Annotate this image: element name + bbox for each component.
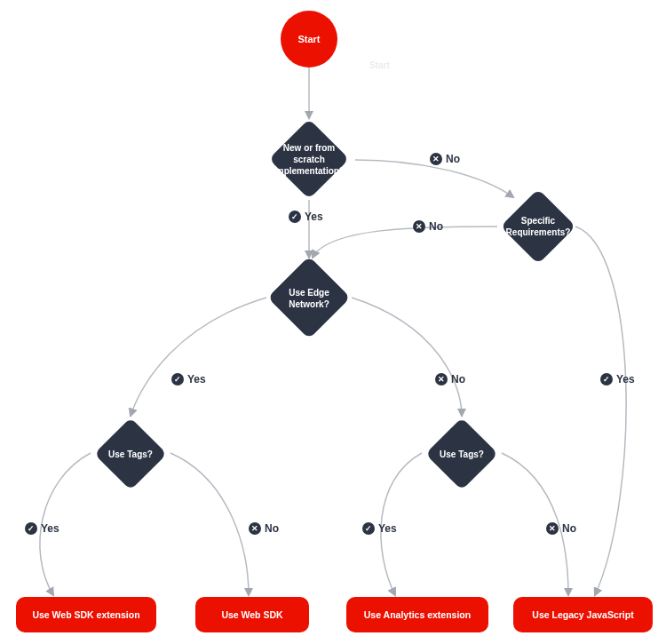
- terminal-web-sdk-extension: Use Web SDK extension: [16, 597, 156, 632]
- edge-label-text: No: [265, 522, 279, 535]
- x-icon: ✕: [413, 220, 425, 233]
- terminal-label: Use Analytics extension: [364, 609, 471, 620]
- edge-label-tags-r-no: ✕ No: [546, 522, 576, 535]
- edge-label-text: Yes: [378, 522, 397, 535]
- edge-label-tags-l-no: ✕ No: [249, 522, 279, 535]
- start-node: Start: [281, 11, 337, 68]
- edge-label-text: Yes: [187, 373, 206, 386]
- terminal-label: Use Web SDK extension: [32, 609, 139, 620]
- decision-label: Use Edge Network?: [282, 287, 336, 310]
- edge-label-tags-l-yes: ✓ Yes: [25, 522, 59, 535]
- edge-label-text: No: [429, 220, 443, 233]
- edge-label-tags-r-yes: ✓ Yes: [362, 522, 397, 535]
- terminal-label: Use Web SDK: [221, 609, 282, 620]
- x-icon: ✕: [546, 522, 559, 535]
- decision-label: Use Tags?: [440, 449, 484, 460]
- check-icon: ✓: [171, 373, 184, 386]
- edge-label-spec-no: ✕ No: [413, 220, 443, 233]
- edge-label-text: Yes: [305, 211, 323, 223]
- edge-label-edge-yes: ✓ Yes: [171, 373, 206, 386]
- decision-label: New or from scratch implementation?: [267, 142, 352, 177]
- check-icon: ✓: [362, 522, 375, 535]
- x-icon: ✕: [435, 373, 448, 386]
- start-label: Start: [297, 34, 320, 44]
- edge-label-edge-no: ✕ No: [435, 373, 465, 386]
- edge-label-text: Yes: [41, 522, 59, 535]
- ghost-label: Start: [369, 60, 390, 70]
- check-icon: ✓: [600, 373, 613, 386]
- decision-use-tags-left: Use Tags?: [89, 416, 172, 492]
- x-icon: ✕: [249, 522, 261, 535]
- decision-label: Use Tags?: [108, 449, 153, 460]
- check-icon: ✓: [289, 211, 301, 223]
- edge-label-spec-yes: ✓ Yes: [600, 373, 635, 386]
- check-icon: ✓: [25, 522, 37, 535]
- terminal-web-sdk: Use Web SDK: [195, 597, 309, 632]
- edge-label-text: No: [451, 373, 465, 386]
- edge-label-text: No: [562, 522, 576, 535]
- decision-use-edge-network: Use Edge Network?: [263, 256, 355, 341]
- decision-use-tags-right: Use Tags?: [420, 416, 503, 492]
- edge-label-q1-yes: ✓ Yes: [289, 211, 323, 223]
- decision-new-implementation: New or from scratch implementation?: [263, 118, 355, 200]
- x-icon: ✕: [430, 153, 442, 165]
- decision-label: Specific Requirements?: [498, 215, 578, 238]
- edge-label-text: Yes: [616, 373, 635, 386]
- terminal-legacy-javascript: Use Legacy JavaScript: [513, 597, 653, 632]
- edge-label-q1-no: ✕ No: [430, 153, 460, 165]
- decision-specific-requirements: Specific Requirements?: [496, 191, 581, 262]
- terminal-label: Use Legacy JavaScript: [532, 609, 633, 620]
- edge-label-text: No: [446, 153, 460, 165]
- terminal-analytics-extension: Use Analytics extension: [346, 597, 488, 632]
